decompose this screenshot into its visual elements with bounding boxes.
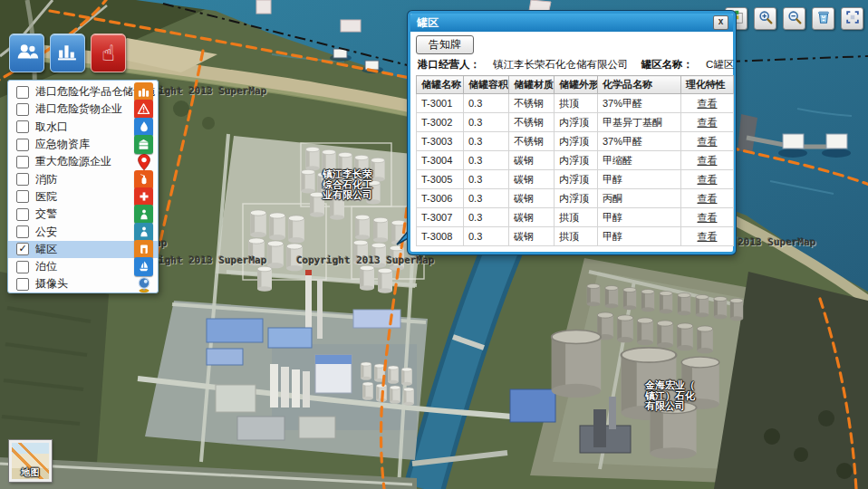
hospital-cross-icon: [134, 187, 153, 206]
table-header-row: 储罐名称 储罐容积 储罐材质 储罐外形 化学品名称 理化特性: [417, 76, 734, 94]
clear-button[interactable]: [812, 7, 834, 30]
emergency-supplies-icon: [134, 135, 153, 154]
bar-chart-icon: [56, 40, 79, 66]
public-security-icon: [134, 223, 153, 242]
company-label-left: 镇江李长荣 综合石化工 业有限公司: [323, 169, 372, 201]
danger-warning-icon: [134, 100, 153, 119]
checkbox[interactable]: [16, 86, 29, 99]
hazmat-warehouse-icon: [134, 82, 153, 101]
table-row: T-30070.3碳钢拱顶甲醇 查看: [417, 208, 734, 227]
zoom-in-button[interactable]: [754, 7, 776, 30]
minimap-switch-button[interactable]: 地图: [9, 440, 52, 482]
area-value: C罐区: [706, 59, 734, 70]
tank-table: 储罐名称 储罐容积 储罐材质 储罐外形 化学品名称 理化特性 T-30010.3…: [416, 75, 734, 246]
checkbox[interactable]: [16, 278, 29, 291]
operator-info: 港口经营人：镇江李长荣石化仓储有限公司罐区名称：C罐区: [418, 58, 728, 72]
tank-area-dialog: 罐区 x 告知牌 港口经营人：镇江李长荣石化仓储有限公司罐区名称：C罐区 储罐名…: [408, 11, 736, 254]
users-icon: [15, 40, 39, 67]
checkbox[interactable]: [16, 225, 29, 238]
checkbox[interactable]: [16, 139, 29, 151]
table-row: T-30060.3碳钢内浮顶丙酮 查看: [417, 189, 734, 208]
checkbox[interactable]: [16, 208, 29, 221]
fullscreen-icon: [844, 9, 861, 29]
dialog-titlebar[interactable]: 罐区 x: [410, 14, 733, 32]
checkbox[interactable]: [16, 190, 29, 203]
checkbox[interactable]: [16, 173, 29, 186]
touch-icon: ☝: [101, 43, 115, 64]
notice-board-button[interactable]: 告知牌: [416, 35, 474, 54]
view-details-link[interactable]: 查看: [686, 97, 728, 110]
checkbox[interactable]: [16, 103, 29, 116]
dialog-title: 罐区: [417, 15, 439, 31]
view-details-link[interactable]: 查看: [686, 230, 728, 244]
layer-icon-column: [134, 82, 158, 292]
toolbar-right: [725, 7, 863, 30]
layer-panel: 港口危险化学品仓储设施 港口危险货物企业 取水口 应急物资库 重大危险源企业 消…: [7, 80, 159, 293]
checkbox[interactable]: [16, 156, 29, 168]
view-details-link[interactable]: 查看: [686, 116, 728, 129]
view-details-link[interactable]: 查看: [686, 135, 728, 149]
zoom-out-icon: [786, 9, 803, 29]
table-row: T-30030.3不锈钢内浮顶37%甲醛 查看: [417, 132, 734, 151]
copyright-watermark: Copyright 2013 SuperMap: [296, 254, 434, 266]
company-label-right: 金海宏业（ 镇江）石化 有限公司: [645, 380, 695, 412]
fire-extinguisher-icon: [134, 170, 153, 189]
toolbar-left: ☝: [9, 34, 126, 72]
close-icon[interactable]: x: [713, 15, 728, 30]
clear-icon: [815, 9, 832, 29]
tank-area-icon: [134, 240, 153, 259]
operator-value: 镇江李长荣石化仓储有限公司: [493, 59, 629, 70]
users-button[interactable]: [9, 34, 44, 72]
camera-icon: [134, 274, 153, 293]
dialog-body: 告知牌 港口经营人：镇江李长荣石化仓储有限公司罐区名称：C罐区 储罐名称 储罐容…: [410, 32, 733, 252]
app-window: Copyright 2013 SuperMap Copyright 2013 S…: [0, 0, 868, 489]
operator-label: 港口经营人：: [418, 59, 480, 70]
table-row: T-30080.3碳钢拱顶甲醇 查看: [417, 227, 734, 246]
traffic-police-icon: [134, 205, 153, 224]
area-label: 罐区名称：: [641, 59, 694, 70]
view-details-link[interactable]: 查看: [686, 173, 728, 187]
berth-sailboat-icon: [134, 257, 153, 276]
checkbox[interactable]: [16, 120, 29, 133]
view-details-link[interactable]: 查看: [686, 192, 728, 206]
checkbox[interactable]: [16, 261, 29, 273]
table-row: T-30040.3碳钢内浮顶甲缩醛 查看: [417, 151, 734, 170]
zoom-out-button[interactable]: [783, 7, 805, 30]
fullscreen-button[interactable]: [841, 7, 863, 30]
water-intake-icon: [134, 118, 153, 137]
statistics-button[interactable]: [50, 34, 85, 72]
select-mode-button[interactable]: ☝: [91, 34, 126, 72]
major-hazard-pin-icon: [134, 152, 153, 171]
table-row: T-30020.3不锈钢内浮顶甲基异丁基酮 查看: [417, 113, 734, 132]
zoom-in-icon: [757, 9, 774, 29]
view-details-link[interactable]: 查看: [686, 211, 728, 225]
table-row: T-30010.3不锈钢拱顶37%甲醛 查看: [417, 94, 734, 113]
view-details-link[interactable]: 查看: [686, 154, 728, 168]
minimap-label: 地图: [12, 466, 49, 479]
table-row: T-30050.3碳钢内浮顶甲醇 查看: [417, 170, 734, 189]
checkbox[interactable]: ✓: [16, 243, 29, 255]
